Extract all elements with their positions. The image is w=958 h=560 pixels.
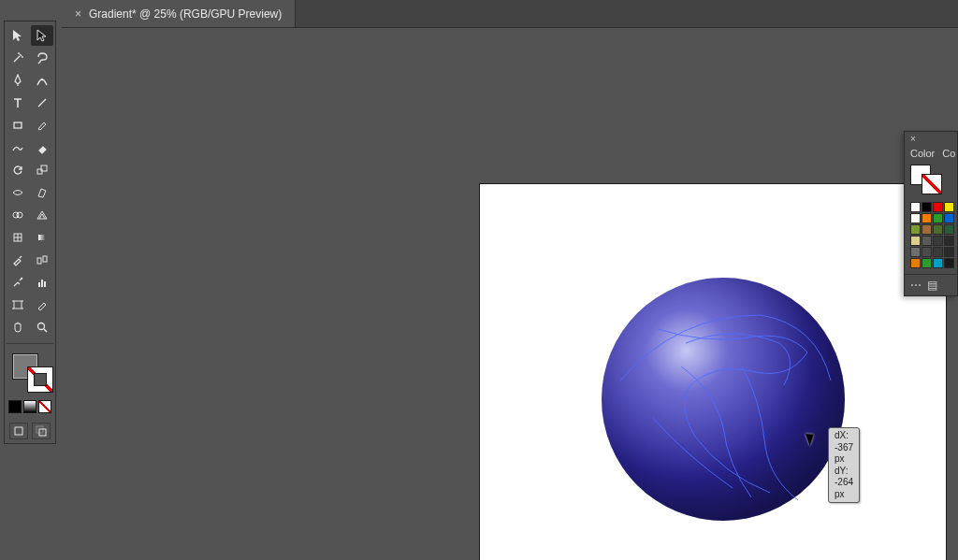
gradient-tool[interactable] (31, 227, 53, 248)
width-tool[interactable] (7, 182, 29, 203)
swatch-0[interactable] (910, 202, 921, 212)
svg-point-5 (17, 212, 22, 218)
eyedropper-tool[interactable] (7, 250, 29, 270)
svg-rect-8 (37, 258, 41, 264)
scale-tool[interactable] (31, 160, 53, 180)
curvature-tool[interactable] (31, 70, 53, 91)
free-transform-tool[interactable] (31, 182, 53, 203)
direct-selection-tool[interactable] (31, 25, 53, 46)
swatch-13[interactable] (922, 236, 932, 246)
color-panel: × Color Co ⋯ ▤ (904, 131, 958, 296)
swatch-20[interactable] (910, 258, 921, 268)
stroke-swatch[interactable] (27, 366, 53, 393)
hand-tool[interactable] (7, 317, 29, 337)
measurement-dx-label: dX: (835, 430, 849, 440)
mesh-path-overlay (602, 278, 845, 521)
panel-tab-next[interactable]: Co (942, 148, 955, 159)
document-tab-title: Gradient* @ 25% (RGB/GPU Preview) (89, 7, 282, 21)
panel-stroke-swatch[interactable] (922, 174, 942, 194)
shape-builder-tool[interactable] (7, 205, 29, 225)
swatch-22[interactable] (933, 258, 943, 268)
measurement-dy-label: dY: (835, 466, 848, 476)
swatch-16[interactable] (910, 247, 921, 257)
svg-rect-9 (43, 256, 47, 262)
type-tool[interactable] (7, 93, 29, 113)
fill-stroke-swatches[interactable] (7, 353, 53, 395)
tools-panel (4, 21, 56, 444)
swatch-grid (905, 202, 957, 274)
swatch-4[interactable] (910, 213, 921, 223)
line-segment-tool[interactable] (31, 93, 53, 113)
draw-behind[interactable] (32, 423, 51, 439)
color-mode-solid[interactable] (8, 400, 22, 413)
eraser-tool[interactable] (31, 137, 53, 158)
swatch-19[interactable] (944, 247, 954, 257)
canvas-area[interactable]: dX: -367 px dY: -264 px (62, 28, 958, 560)
swatch-8[interactable] (910, 224, 921, 235)
swatch-11[interactable] (944, 224, 954, 235)
swatch-21[interactable] (922, 258, 932, 268)
draw-normal[interactable] (9, 423, 28, 439)
panel-fill-stroke[interactable] (910, 165, 951, 196)
panel-tab-color[interactable]: Color (910, 148, 935, 159)
perspective-grid-tool[interactable] (31, 205, 53, 225)
swatch-12[interactable] (910, 236, 921, 246)
svg-rect-6 (14, 234, 22, 241)
gradient-sphere[interactable]: dX: -367 px dY: -264 px (602, 278, 845, 521)
swatch-1[interactable] (922, 202, 932, 212)
paintbrush-tool[interactable] (31, 115, 53, 136)
svg-rect-16 (15, 427, 22, 435)
cursor-icon (806, 431, 817, 446)
swatch-7[interactable] (944, 213, 954, 223)
svg-point-10 (21, 278, 22, 280)
selection-tool[interactable] (7, 25, 29, 46)
svg-rect-14 (14, 301, 22, 309)
swatch-23[interactable] (944, 258, 954, 268)
svg-rect-12 (41, 280, 43, 287)
zoom-tool[interactable] (31, 317, 53, 337)
swatch-6[interactable] (933, 213, 943, 223)
panel-options-icon[interactable]: ▤ (927, 279, 937, 292)
measurement-dx-value: -367 px (835, 442, 853, 465)
svg-point-4 (13, 212, 19, 218)
svg-rect-11 (38, 282, 40, 287)
swatch-18[interactable] (933, 247, 943, 257)
measurement-dy-value: -264 px (835, 477, 853, 499)
svg-rect-13 (44, 281, 46, 287)
magic-wand-tool[interactable] (7, 48, 29, 68)
swatch-14[interactable] (933, 236, 943, 246)
measurement-tooltip: dX: -367 px dY: -264 px (828, 427, 860, 503)
svg-rect-7 (38, 235, 46, 240)
lasso-tool[interactable] (31, 48, 53, 68)
symbol-sprayer-tool[interactable] (7, 272, 29, 293)
color-mode-gradient[interactable] (23, 400, 36, 413)
svg-point-0 (41, 79, 43, 80)
close-icon[interactable]: × (75, 7, 81, 21)
rotate-tool[interactable] (7, 160, 29, 180)
svg-rect-2 (37, 169, 42, 174)
swatch-5[interactable] (922, 213, 932, 223)
document-tab[interactable]: × Gradient* @ 25% (RGB/GPU Preview) (62, 0, 296, 27)
artboard-tool[interactable] (7, 294, 29, 315)
column-graph-tool[interactable] (31, 272, 53, 293)
swatch-10[interactable] (933, 224, 943, 235)
swatch-9[interactable] (922, 224, 932, 235)
pen-tool[interactable] (7, 70, 29, 91)
swatch-17[interactable] (922, 247, 932, 257)
shaper-tool[interactable] (7, 137, 29, 158)
color-mode-none[interactable] (38, 400, 51, 413)
blend-tool[interactable] (31, 250, 53, 270)
artboard[interactable]: dX: -367 px dY: -264 px (479, 183, 947, 560)
svg-rect-1 (14, 122, 22, 128)
mesh-tool[interactable] (7, 227, 29, 248)
swatch-2[interactable] (933, 202, 943, 212)
rectangle-tool[interactable] (7, 115, 29, 136)
swatch-3[interactable] (944, 202, 954, 212)
document-tab-strip: × Gradient* @ 25% (RGB/GPU Preview) (62, 0, 958, 28)
swatch-15[interactable] (944, 236, 954, 246)
svg-point-15 (38, 323, 45, 330)
panel-menu-icon[interactable]: ⋯ (910, 279, 922, 292)
slice-tool[interactable] (31, 294, 53, 315)
svg-rect-3 (41, 165, 47, 171)
panel-close-icon[interactable]: × (905, 132, 957, 146)
